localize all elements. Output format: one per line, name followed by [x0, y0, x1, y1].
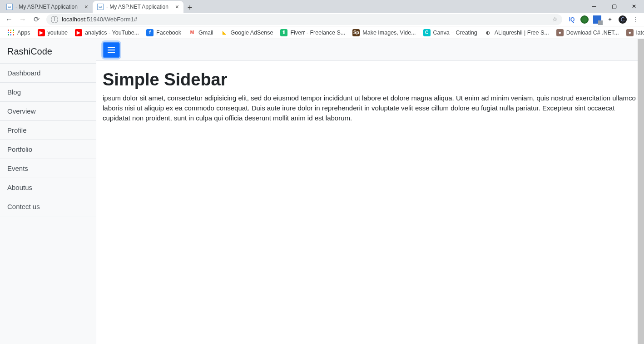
- back-button[interactable]: ←: [3, 13, 15, 26]
- tab-title: - My ASP.NET Application: [15, 4, 81, 10]
- bookmark-label: Download C# .NET...: [566, 30, 619, 36]
- extension-icons: IQ ✦ C ⋮: [566, 15, 641, 24]
- bookmark-item[interactable]: ◐ALiqureshii | Free S...: [482, 29, 552, 36]
- bookmark-label: ALiqureshii | Free S...: [495, 30, 549, 36]
- sidebar-item[interactable]: Blog: [0, 83, 96, 102]
- url-host: localhost:: [62, 16, 87, 23]
- sidebar-item[interactable]: Aboutus: [0, 178, 96, 197]
- browser-titlebar: ▭ - My ASP.NET Application × ▭ - My ASP.…: [0, 0, 644, 13]
- browser-tab[interactable]: ▭ - My ASP.NET Application ×: [2, 1, 93, 13]
- sidebar-brand: RashiCode: [0, 39, 96, 64]
- bookmark-favicon: M: [188, 29, 196, 36]
- bookmarks-bar: Apps▶youtube▶analytics - YouTube...fFace…: [0, 26, 644, 39]
- close-window-button[interactable]: ✕: [624, 0, 644, 13]
- page-paragraph: ipsum dolor sit amet, consectetur adipis…: [103, 93, 638, 123]
- sidebar-item[interactable]: Contect us: [0, 197, 96, 216]
- bookmark-label: Google AdSense: [231, 30, 273, 36]
- bookmark-favicon: Sp: [352, 29, 360, 36]
- bookmark-label: youtube: [48, 30, 68, 36]
- bookmark-label: analytics - YouTube...: [85, 30, 139, 36]
- extensions-icon[interactable]: ✦: [606, 15, 614, 24]
- vertical-scrollbar[interactable]: [638, 39, 644, 344]
- sidebar-item[interactable]: Events: [0, 159, 96, 178]
- globe-extension-icon[interactable]: [580, 15, 589, 24]
- bookmark-item[interactable]: ◣Google AdSense: [218, 29, 276, 36]
- bookmark-item[interactable]: CCanva – Creating: [421, 29, 480, 36]
- page-content: Simple Sidebar ipsum dolor sit amet, con…: [96, 61, 644, 129]
- minimize-button[interactable]: ─: [584, 0, 604, 13]
- bookmark-label: Facebook: [156, 30, 181, 36]
- bookmark-item[interactable]: fiFiverr - Freelance S...: [277, 29, 348, 36]
- bookmark-label: Make Images, Vide...: [362, 30, 416, 36]
- app-topbar: [96, 39, 644, 61]
- bookmark-item[interactable]: ▶analytics - YouTube...: [72, 29, 142, 36]
- window-controls: ─ ▢ ✕: [584, 0, 644, 13]
- tab-title: - My ASP.NET Application: [106, 4, 172, 10]
- bookmark-favicon: ▶: [38, 29, 45, 36]
- sidebar-toggle-button[interactable]: [103, 42, 120, 58]
- bookmark-favicon: ●: [626, 29, 634, 36]
- bookmark-item[interactable]: ●latest C# .NET proje...: [624, 29, 644, 36]
- tab-favicon: ▭: [6, 4, 13, 10]
- translate-extension-icon[interactable]: [593, 15, 601, 24]
- bookmark-item[interactable]: ●Download C# .NET...: [554, 29, 622, 36]
- site-info-icon[interactable]: i: [51, 16, 58, 23]
- bookmark-favicon: ◣: [221, 29, 228, 36]
- browser-toolbar: ← → ⟳ i localhost:51940/WebForm1# ☆ IQ ✦…: [0, 13, 644, 26]
- tab-close-icon[interactable]: ×: [175, 4, 179, 10]
- apps-grid-icon: [7, 29, 15, 36]
- sidebar-item[interactable]: Overview: [0, 102, 96, 121]
- bookmark-favicon: f: [146, 29, 154, 36]
- app-sidebar: RashiCode DashboardBlogOverviewProfilePo…: [0, 39, 96, 344]
- bookmark-item[interactable]: SpMake Images, Vide...: [350, 29, 418, 36]
- hamburger-icon: [107, 47, 115, 53]
- bookmark-item[interactable]: ▶youtube: [35, 29, 70, 36]
- bookmark-favicon: fi: [280, 29, 287, 36]
- bookmark-item[interactable]: MGmail: [186, 29, 216, 36]
- bookmark-label: Gmail: [198, 30, 213, 36]
- bookmark-item[interactable]: fFacebook: [144, 29, 184, 36]
- bookmark-star-icon[interactable]: ☆: [552, 16, 558, 23]
- bookmark-favicon: ◐: [485, 29, 492, 36]
- address-bar[interactable]: i localhost:51940/WebForm1# ☆: [46, 14, 562, 25]
- tabstrip: ▭ - My ASP.NET Application × ▭ - My ASP.…: [0, 0, 196, 13]
- forward-button[interactable]: →: [16, 13, 29, 26]
- bookmark-label: Apps: [17, 30, 30, 36]
- tab-close-icon[interactable]: ×: [84, 4, 88, 10]
- bookmark-favicon: C: [423, 29, 431, 36]
- profile-avatar[interactable]: C: [619, 15, 627, 24]
- sidebar-item[interactable]: Portfolio: [0, 140, 96, 159]
- url-path: 51940/WebForm1#: [87, 16, 137, 23]
- reload-button[interactable]: ⟳: [30, 13, 43, 26]
- bookmark-label: Canva – Creating: [433, 30, 477, 36]
- iq-extension-icon[interactable]: IQ: [568, 15, 576, 24]
- page-heading: Simple Sidebar: [103, 70, 638, 90]
- bookmark-favicon: ▶: [75, 29, 82, 36]
- maximize-button[interactable]: ▢: [604, 0, 624, 13]
- bookmark-item[interactable]: Apps: [5, 29, 33, 36]
- page-viewport: RashiCode DashboardBlogOverviewProfilePo…: [0, 39, 644, 344]
- browser-tab[interactable]: ▭ - My ASP.NET Application ×: [93, 1, 183, 13]
- bookmark-label: Fiverr - Freelance S...: [290, 30, 345, 36]
- bookmark-favicon: ●: [556, 29, 564, 36]
- tab-favicon: ▭: [97, 4, 104, 10]
- bookmark-label: latest C# .NET proje...: [636, 30, 644, 36]
- sidebar-item[interactable]: Profile: [0, 121, 96, 140]
- new-tab-button[interactable]: +: [183, 3, 196, 13]
- sidebar-item[interactable]: Dashboard: [0, 64, 96, 83]
- scrollbar-thumb[interactable]: [638, 39, 644, 344]
- browser-menu-icon[interactable]: ⋮: [631, 15, 639, 24]
- main-area: Simple Sidebar ipsum dolor sit amet, con…: [96, 39, 644, 344]
